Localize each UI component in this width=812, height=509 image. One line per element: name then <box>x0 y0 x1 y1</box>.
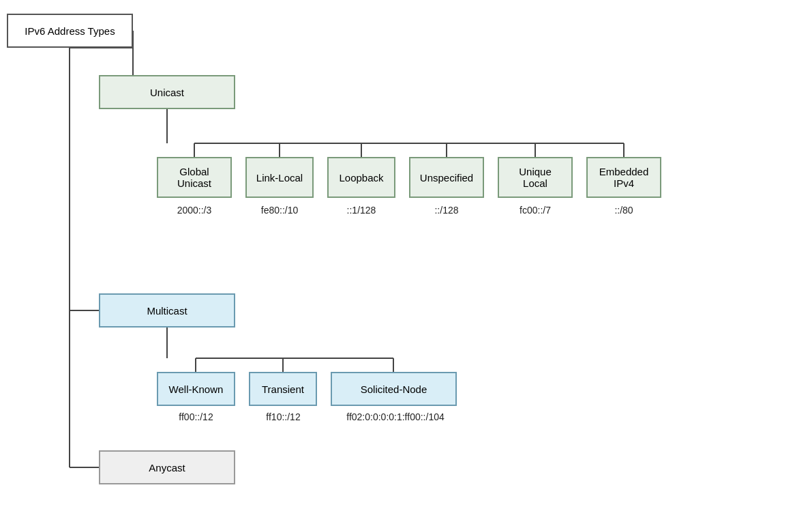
loopback-label: Loopback <box>339 172 383 184</box>
transient-label: Transient <box>262 383 304 395</box>
anycast-node: Anycast <box>99 450 235 484</box>
wellknown-label: Well-Known <box>169 383 224 395</box>
transient-address: ff10::/12 <box>244 411 322 422</box>
solicited-label: Solicited-Node <box>361 383 427 395</box>
unspecified-label: Unspecified <box>420 172 473 184</box>
unique-local-node: UniqueLocal <box>498 157 573 198</box>
transient-node: Transient <box>249 372 317 406</box>
diagram: IPv6 Address Types Unicast GlobalUnicast… <box>0 0 812 509</box>
unicast-node: Unicast <box>99 75 235 109</box>
solicited-address: ff02:0:0:0:0:1:ff00::/104 <box>314 411 477 422</box>
root-label: IPv6 Address Types <box>25 25 115 37</box>
linklocal-address: fe80::/10 <box>242 205 317 216</box>
global-address: 2000::/3 <box>157 205 232 216</box>
anycast-label: Anycast <box>149 462 185 474</box>
multicast-node: Multicast <box>99 293 235 328</box>
global-unicast-node: GlobalUnicast <box>157 157 232 198</box>
linklocal-label: Link-Local <box>256 172 303 184</box>
solicited-node-node: Solicited-Node <box>331 372 457 406</box>
root-node: IPv6 Address Types <box>7 14 133 48</box>
multicast-label: Multicast <box>147 305 187 317</box>
unspecified-address: ::/128 <box>406 205 487 216</box>
embedded-ipv4-node: EmbeddedIPv4 <box>586 157 661 198</box>
unicast-label: Unicast <box>150 87 184 98</box>
linklocal-node: Link-Local <box>245 157 314 198</box>
embedded-address: ::/80 <box>583 205 665 216</box>
unique-label: UniqueLocal <box>519 166 552 189</box>
wellknown-node: Well-Known <box>157 372 235 406</box>
loopback-node: Loopback <box>327 157 395 198</box>
global-label: GlobalUnicast <box>177 166 211 189</box>
wellknown-address: ff00::/12 <box>153 411 239 422</box>
unique-address: fc00::/7 <box>494 205 576 216</box>
loopback-address: ::1/128 <box>324 205 399 216</box>
embedded-label: EmbeddedIPv4 <box>599 166 649 189</box>
unspecified-node: Unspecified <box>409 157 484 198</box>
